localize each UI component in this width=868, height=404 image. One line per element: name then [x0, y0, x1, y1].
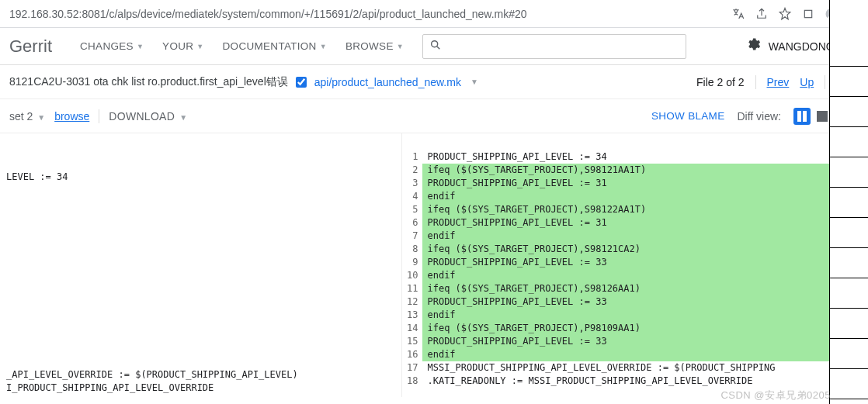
share-icon[interactable] — [755, 7, 769, 21]
search-box[interactable] — [422, 34, 686, 59]
nav-changes[interactable]: CHANGES▼ — [71, 40, 153, 52]
code-line[interactable]: endif — [422, 348, 868, 361]
chevron-down-icon[interactable]: ▼ — [470, 78, 478, 86]
svg-rect-0 — [804, 10, 811, 17]
code-line[interactable]: ifeq ($(SYS_TARGET_PROJECT),S98126AA1) — [422, 282, 868, 295]
side-strip — [829, 0, 868, 397]
code-line[interactable]: MSSI_PRODUCT_SHIPPING_API_LEVEL_OVERRIDE… — [422, 361, 868, 375]
prev-file-link[interactable]: Prev — [767, 76, 790, 88]
code-line[interactable]: .KATI_READONLY := MSSI_PRODUCT_SHIPPING_… — [422, 375, 868, 388]
side-by-side-view-button[interactable] — [793, 108, 811, 125]
svg-point-6 — [432, 40, 438, 47]
change-subheader: 8121CA2U-3031 ota chk list ro.product.fi… — [0, 65, 868, 99]
chevron-down-icon: ▼ — [397, 43, 404, 50]
code-line[interactable]: endif — [422, 230, 868, 243]
code-line[interactable]: PRODUCT_SHIPPING_API_LEVEL := 34 — [422, 150, 868, 164]
file-position: File 2 of 2 — [696, 76, 744, 88]
download-menu[interactable]: DOWNLOAD ▼ — [109, 110, 187, 123]
url-text[interactable]: 192.168.30.52:8081/c/alps/device/mediate… — [6, 8, 725, 20]
code-line[interactable]: PRODUCT_SHIPPING_API_LEVEL := 31 — [422, 177, 868, 190]
patchset-label[interactable]: set 2 ▼ — [9, 110, 45, 123]
code-line[interactable]: LEVEL := 34 — [0, 171, 401, 184]
nav-your[interactable]: YOUR▼ — [153, 40, 213, 52]
search-icon — [429, 39, 442, 54]
right-diff-pane: File 123456789101112131415161718 PRODUCT… — [402, 133, 868, 397]
code-line[interactable]: ifeq ($(SYS_TARGET_PROJECT),S98122AA1T) — [422, 203, 868, 216]
code-line[interactable]: PRODUCT_SHIPPING_API_LEVEL := 33 — [422, 335, 868, 348]
unified-view-button[interactable] — [814, 108, 831, 125]
diff-view-label: Diff view: — [737, 110, 781, 123]
code-line[interactable]: I_PRODUCT_SHIPPING_API_LEVEL_OVERRIDE — [0, 382, 401, 395]
chevron-down-icon: ▼ — [179, 113, 187, 122]
reviewed-checkbox[interactable] — [296, 77, 307, 88]
chevron-down-icon: ▼ — [137, 43, 144, 50]
diff-view: LEVEL := 34 _API_LEVEL_OVERRIDE := $(PRO… — [0, 133, 868, 397]
code-line[interactable]: ifeq ($(SYS_TARGET_PROJECT),S98121CA2) — [422, 243, 868, 256]
file-path-link[interactable]: api/product_launched_new.mk — [314, 76, 461, 88]
extension-icon[interactable] — [801, 7, 815, 21]
top-nav: Gerrit CHANGES▼ YOUR▼ DOCUMENTATION▼ BRO… — [0, 28, 868, 65]
gear-icon[interactable] — [745, 36, 761, 56]
change-title: 8121CA2U-3031 ota chk list ro.product.fi… — [9, 75, 288, 89]
browse-link[interactable]: browse — [54, 110, 89, 123]
up-link[interactable]: Up — [800, 76, 814, 88]
code-line[interactable]: endif — [422, 190, 868, 203]
right-code: PRODUCT_SHIPPING_API_LEVEL := 34ifeq ($(… — [422, 150, 868, 388]
code-line[interactable]: endif — [422, 269, 868, 282]
code-line[interactable]: PRODUCT_SHIPPING_API_LEVEL := 33 — [422, 295, 868, 309]
code-line[interactable]: ifeq ($(SYS_TARGET_PROJECT),S98121AA1T) — [422, 164, 868, 177]
show-blame-button[interactable]: SHOW BLAME — [651, 110, 725, 122]
code-line[interactable]: endif — [422, 309, 868, 322]
diff-toolbar: set 2 ▼ browse DOWNLOAD ▼ SHOW BLAME Dif… — [0, 99, 868, 133]
code-line[interactable]: ifeq ($(SYS_TARGET_PROJECT),P98109AA1) — [422, 322, 868, 335]
chevron-down-icon: ▼ — [196, 43, 203, 50]
nav-documentation[interactable]: DOCUMENTATION▼ — [214, 40, 336, 52]
code-line[interactable]: _API_LEVEL_OVERRIDE := $(PRODUCT_SHIPPIN… — [0, 368, 401, 382]
translate-icon[interactable] — [731, 7, 745, 21]
code-line[interactable]: PRODUCT_SHIPPING_API_LEVEL := 33 — [422, 256, 868, 269]
code-line[interactable]: PRODUCT_SHIPPING_API_LEVEL := 31 — [422, 216, 868, 230]
chevron-down-icon: ▼ — [37, 113, 45, 122]
star-icon[interactable] — [778, 7, 792, 21]
chevron-down-icon: ▼ — [320, 43, 327, 50]
logo[interactable]: Gerrit — [9, 36, 52, 57]
nav-browse[interactable]: BROWSE▼ — [336, 40, 413, 52]
browser-address-bar: 192.168.30.52:8081/c/alps/device/mediate… — [0, 0, 868, 28]
line-numbers: 123456789101112131415161718 — [402, 150, 422, 388]
left-diff-pane: LEVEL := 34 _API_LEVEL_OVERRIDE := $(PRO… — [0, 133, 402, 397]
file-label: File — [402, 133, 868, 150]
